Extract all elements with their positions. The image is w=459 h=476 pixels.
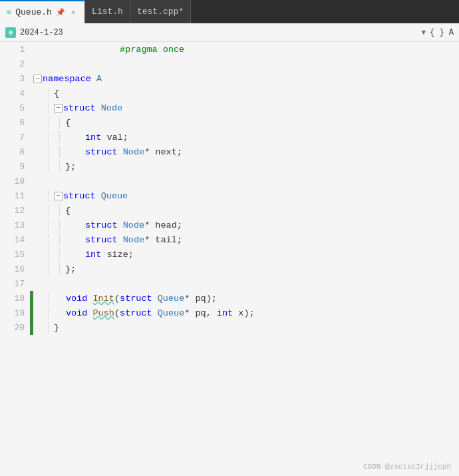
line-num-13: 13 <box>0 218 30 232</box>
line-num-9: 9 <box>0 159 30 174</box>
code-13: struct Node* head; <box>33 218 459 232</box>
line-row-17: 17 <box>0 276 459 291</box>
code-10 <box>33 174 459 188</box>
line-row-9: 9 }; <box>0 159 459 174</box>
line-row-8: 8 struct Node* next; <box>0 144 459 159</box>
tab-label-list-h: List.h <box>92 7 123 17</box>
tab-list-h[interactable]: List.h <box>85 0 130 23</box>
line-row-14: 14 struct Node* tail; <box>0 232 459 247</box>
code-20: } <box>33 320 459 335</box>
tab-pin-icon[interactable]: 📌 <box>56 8 65 17</box>
line-row-10: 10 <box>0 174 459 188</box>
breadcrumb-path: 2024-1-23 <box>20 28 417 37</box>
line-row-20: 20 } <box>0 320 459 335</box>
code-3: − namespace A <box>33 71 459 86</box>
line-num-18: 18 <box>0 291 30 306</box>
fold-btn-5[interactable]: − <box>54 104 63 113</box>
tab-queue-h[interactable]: ⊕ Queue.h 📌 ✕ <box>0 0 85 23</box>
code-11: − struct Queue <box>33 188 459 203</box>
line-num-19: 19 <box>0 306 30 320</box>
code-4: { <box>33 86 459 101</box>
line-row-12: 12 { <box>0 203 459 218</box>
line-row-4: 4 { <box>0 86 459 101</box>
code-12: { <box>33 203 459 218</box>
line-num-2: 2 <box>0 57 30 71</box>
line-num-20: 20 <box>0 320 30 335</box>
breadcrumb-icon: ⊕ <box>5 27 16 38</box>
line-num-3: 3 <box>0 71 30 86</box>
line-num-7: 7 <box>0 130 30 144</box>
tab-close-queue-h[interactable]: ✕ <box>69 7 78 18</box>
code-18: void Init(struct Queue* pq); <box>33 291 459 306</box>
line-num-11: 11 <box>0 188 30 203</box>
code-16: }; <box>33 262 459 276</box>
line-num-12: 12 <box>0 203 30 218</box>
line-row-19: 19 void Push(struct Queue* pq, int x); <box>0 306 459 320</box>
tab-label-test-cpp: test.cpp* <box>137 7 184 17</box>
line-num-17: 17 <box>0 276 30 291</box>
line-row-3: 3 − namespace A <box>0 71 459 86</box>
tab-bar: ⊕ Queue.h 📌 ✕ List.h test.cpp* <box>0 0 459 23</box>
line-row-5: 5 − struct Node <box>0 101 459 115</box>
code-9: }; <box>33 159 459 174</box>
breadcrumb-bar: ⊕ 2024-1-23 ▼ { } A <box>0 23 459 42</box>
line-row-15: 15 int size; <box>0 247 459 262</box>
code-6: { <box>33 115 459 130</box>
editor-body: 1 #pragma once 2 3 − namespace A <box>0 42 459 476</box>
line-row-11: 11 − struct Queue <box>0 188 459 203</box>
breadcrumb-dropdown-btn[interactable]: ▼ <box>421 29 426 37</box>
line-num-16: 16 <box>0 262 30 276</box>
editor-window: ⊕ Queue.h 📌 ✕ List.h test.cpp* ⊕ 2024-1-… <box>0 0 459 476</box>
tab-add-icon: ⊕ <box>7 7 11 17</box>
line-num-15: 15 <box>0 247 30 262</box>
line-row-7: 7 int val; <box>0 130 459 144</box>
fold-btn-11[interactable]: − <box>54 192 63 200</box>
line-num-1: 1 <box>0 42 30 57</box>
code-2 <box>33 57 459 71</box>
tab-label-queue-h: Queue.h <box>15 7 52 17</box>
line-num-10: 10 <box>0 174 30 188</box>
fold-btn-3[interactable]: − <box>33 75 42 83</box>
line-num-14: 14 <box>0 232 30 247</box>
code-17 <box>33 276 459 291</box>
tab-test-cpp[interactable]: test.cpp* <box>130 0 191 23</box>
line-row-1: 1 #pragma once <box>0 42 459 57</box>
line-row-16: 16 }; <box>0 262 459 276</box>
editor-lines: 1 #pragma once 2 3 − namespace A <box>0 42 459 476</box>
line-row-2: 2 <box>0 57 459 71</box>
code-15: int size; <box>33 247 459 262</box>
breadcrumb-symbols-btn[interactable]: { } A <box>430 28 454 37</box>
line-num-8: 8 <box>0 144 30 159</box>
code-14: struct Node* tail; <box>33 232 459 247</box>
line-num-4: 4 <box>0 86 30 101</box>
code-1: #pragma once <box>33 42 459 57</box>
code-5: − struct Node <box>33 101 459 115</box>
code-7: int val; <box>33 130 459 144</box>
line-row-6: 6 { <box>0 115 459 130</box>
code-8: struct Node* next; <box>33 144 459 159</box>
line-num-6: 6 <box>0 115 30 130</box>
watermark: CSDN @zxctscIrjjjcph <box>363 463 451 471</box>
line-row-13: 13 struct Node* head; <box>0 218 459 232</box>
line-num-5: 5 <box>0 101 30 115</box>
line-row-18: 18 void Init(struct Queue* pq); <box>0 291 459 306</box>
code-19: void Push(struct Queue* pq, int x); <box>33 306 459 320</box>
